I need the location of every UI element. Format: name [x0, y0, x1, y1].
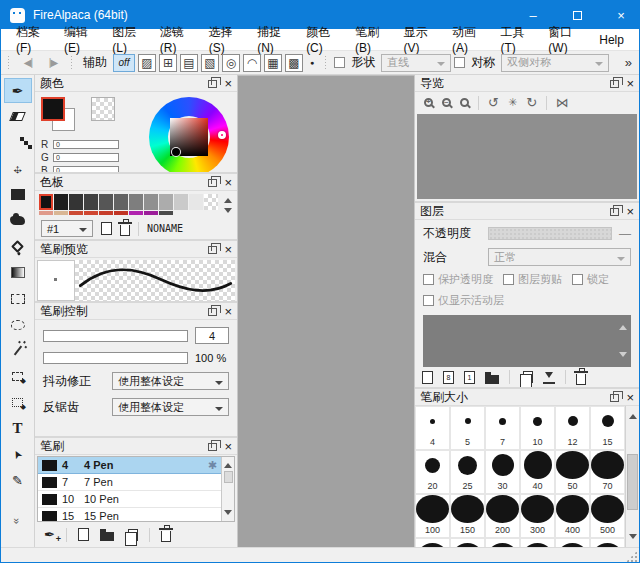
- active-only-checkbox[interactable]: 仅显示活动层: [423, 293, 504, 308]
- new-layer-folder-icon[interactable]: [485, 375, 499, 384]
- palette-swatch[interactable]: [84, 211, 98, 215]
- brush-size-cell[interactable]: [555, 538, 590, 547]
- foreground-color-swatch[interactable]: [41, 97, 65, 121]
- merge-layer-icon[interactable]: [543, 371, 555, 384]
- brush-size-cell[interactable]: 300: [520, 494, 555, 538]
- brush-size-cell[interactable]: 12: [555, 406, 590, 450]
- palette-swatch[interactable]: [39, 194, 53, 210]
- pen-tool-button[interactable]: ✎: [4, 468, 32, 493]
- text-tool-button[interactable]: T: [4, 416, 32, 441]
- delete-color-icon[interactable]: [120, 225, 130, 236]
- menu-item[interactable]: 工具(T): [491, 29, 539, 50]
- snap-prev-button[interactable]: ◀|: [17, 53, 39, 73]
- scroll-thumb[interactable]: [627, 454, 638, 510]
- palette-swatch[interactable]: [99, 211, 113, 215]
- protect-alpha-checkbox[interactable]: 保护透明度: [423, 272, 493, 287]
- palette-swatch[interactable]: [54, 211, 68, 215]
- menu-item[interactable]: 图层(L): [103, 29, 150, 50]
- brush-size-cell[interactable]: [415, 538, 450, 547]
- close-button[interactable]: ×: [603, 1, 639, 29]
- layer-opacity-slider[interactable]: [488, 227, 612, 240]
- menu-item[interactable]: 选择(S): [200, 29, 248, 50]
- select-pen-tool-button[interactable]: [4, 364, 32, 389]
- menu-item[interactable]: 档案(F): [7, 29, 55, 50]
- zoom-in-icon[interactable]: +: [424, 98, 433, 107]
- move-tool-button[interactable]: ↔↕: [4, 156, 32, 181]
- brush-size-slider[interactable]: [43, 330, 188, 342]
- rotate-right-icon[interactable]: ↻: [526, 95, 537, 110]
- snap-parallel-icon[interactable]: ▨: [138, 54, 156, 72]
- float-panel-icon[interactable]: [208, 179, 217, 187]
- lock-checkbox[interactable]: 锁定: [572, 272, 609, 287]
- brush-size-cell[interactable]: 50: [555, 450, 590, 494]
- brush-size-cell[interactable]: 10: [520, 406, 555, 450]
- correction-select[interactable]: 使用整体设定: [112, 372, 229, 390]
- brush-list-item[interactable]: 44 Pen✱: [38, 457, 221, 474]
- add-color-icon[interactable]: [101, 222, 112, 235]
- blot-tool-button[interactable]: [4, 208, 32, 233]
- menu-item[interactable]: 捕捉(N): [248, 29, 297, 50]
- menu-item[interactable]: 颜色(C): [297, 29, 346, 50]
- brush-size-cell[interactable]: 4: [415, 406, 450, 450]
- brush-size-cell[interactable]: 30: [485, 450, 520, 494]
- sv-marker[interactable]: [172, 148, 180, 156]
- brush-size-cell[interactable]: [520, 538, 555, 547]
- blend-select[interactable]: 正常: [488, 248, 631, 266]
- brush-size-cell[interactable]: [590, 538, 625, 547]
- brush-opacity-slider[interactable]: [43, 352, 188, 364]
- scroll-down-icon[interactable]: [629, 534, 637, 543]
- scroll-up-icon[interactable]: [619, 321, 627, 330]
- antialias-select[interactable]: 使用整体设定: [112, 398, 229, 416]
- eraser-tool-button[interactable]: [4, 104, 32, 129]
- zoom-fit-icon[interactable]: [460, 98, 469, 107]
- toolbar-grip[interactable]: [7, 55, 11, 70]
- brush-size-cell[interactable]: 70: [590, 450, 625, 494]
- snap-radial-icon[interactable]: ▧: [201, 54, 219, 72]
- float-panel-icon[interactable]: [610, 394, 619, 402]
- brush-size-cell[interactable]: 15: [590, 406, 625, 450]
- palette-swatch[interactable]: [99, 194, 113, 210]
- layer-list[interactable]: [423, 315, 631, 367]
- menu-item[interactable]: 滤镜(R): [151, 29, 200, 50]
- close-panel-icon[interactable]: ×: [224, 77, 232, 90]
- navigator-preview[interactable]: [417, 114, 637, 199]
- add-brush-icon[interactable]: ✒: [44, 527, 55, 542]
- lasso-tool-button[interactable]: [4, 312, 32, 337]
- flip-horizontal-icon[interactable]: ⋈: [556, 95, 569, 110]
- g-slider[interactable]: 0: [53, 153, 119, 162]
- float-panel-icon[interactable]: [208, 308, 217, 316]
- bucket-tool-button[interactable]: [4, 234, 32, 259]
- rotate-left-icon[interactable]: ↺: [488, 95, 499, 110]
- brush-size-cell[interactable]: 25: [450, 450, 485, 494]
- palette-swatch[interactable]: [204, 194, 218, 210]
- close-panel-icon[interactable]: ×: [224, 176, 232, 189]
- palette-swatch[interactable]: [69, 211, 83, 215]
- snap-table-icon[interactable]: ▦: [264, 54, 282, 72]
- dot-tool-button[interactable]: [4, 130, 32, 155]
- menu-item[interactable]: 动画(A): [443, 29, 491, 50]
- b-slider[interactable]: 0: [53, 166, 119, 174]
- palette-swatch[interactable]: [114, 211, 128, 215]
- palette-swatch[interactable]: [129, 211, 143, 215]
- palette-swatch[interactable]: [39, 211, 53, 215]
- more-tools-button[interactable]: »: [4, 508, 32, 533]
- menu-item[interactable]: 窗口(W): [539, 29, 590, 50]
- scroll-up-icon[interactable]: [224, 459, 232, 468]
- shape-checkbox[interactable]: [334, 57, 345, 68]
- scroll-thumb[interactable]: [224, 471, 233, 483]
- brush-size-value[interactable]: 4: [195, 327, 229, 344]
- brush-size-cell[interactable]: 500: [590, 494, 625, 538]
- snap-point-icon[interactable]: ●: [310, 59, 314, 66]
- palette-swatch[interactable]: [129, 194, 143, 210]
- select-erase-tool-button[interactable]: [4, 390, 32, 415]
- rect-select-tool-button[interactable]: [4, 286, 32, 311]
- menu-item[interactable]: 编辑(E): [55, 29, 103, 50]
- brush-list-item[interactable]: 77 Pen: [38, 474, 221, 491]
- new-1bit-layer-icon[interactable]: 1: [464, 371, 475, 384]
- snap-horizontal-icon[interactable]: ▤: [180, 54, 198, 72]
- float-panel-icon[interactable]: [208, 246, 217, 254]
- brush-size-cell[interactable]: 7: [485, 406, 520, 450]
- gradient-tool-button[interactable]: [4, 260, 32, 285]
- float-panel-icon[interactable]: [610, 80, 619, 88]
- fill-rect-tool-button[interactable]: [4, 182, 32, 207]
